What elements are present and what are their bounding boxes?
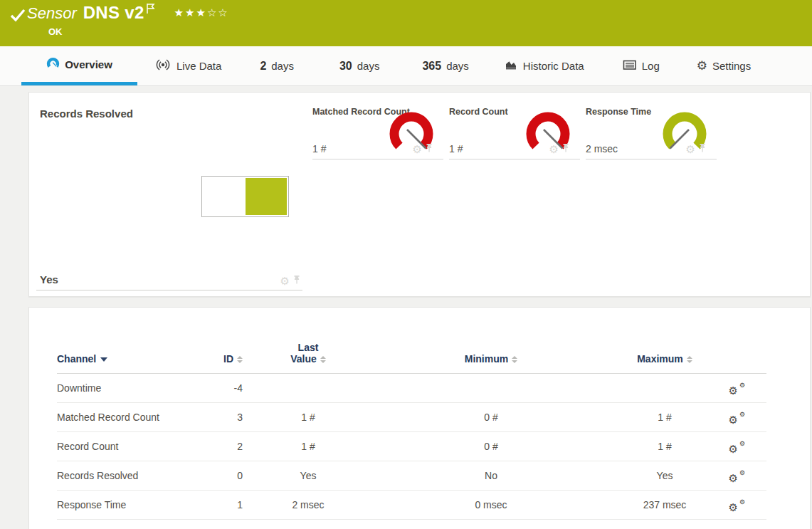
tab-bar: Overview Live Data 2 days 30 days 365 da… xyxy=(0,46,812,86)
tab-number: 365 xyxy=(422,60,441,73)
table-row: Records Resolved 0 Yes No Yes ⚙⚙ xyxy=(57,461,766,491)
gauge-panel-response-time: Response Time 2 msec ⚙ xyxy=(586,107,717,159)
gauge-value: 1 # xyxy=(449,143,463,154)
channels-table-card: Channel ID Last Value Minimum Maximum xyxy=(28,307,811,529)
column-header-actions xyxy=(711,342,766,374)
priority-stars[interactable]: ★★★☆☆ xyxy=(174,6,229,19)
channel-minimum: No xyxy=(364,461,618,491)
channel-maximum xyxy=(618,374,711,403)
table-row: Record Count 2 1 # 0 # 1 # ⚙⚙ xyxy=(57,432,766,461)
sort-icon xyxy=(512,356,517,363)
gear-icon: ⚙ xyxy=(697,60,707,72)
channel-minimum: 0 # xyxy=(364,432,618,461)
tab-label: days xyxy=(271,60,294,72)
pin-icon[interactable] xyxy=(425,143,433,156)
tab-settings[interactable]: ⚙ Settings xyxy=(692,46,755,85)
table-row: Response Time 1 2 msec 0 msec 237 msec ⚙… xyxy=(57,491,766,520)
gauge-value: 1 # xyxy=(312,143,326,154)
column-header-last-value[interactable]: Last Value xyxy=(253,342,364,374)
tab-label: days xyxy=(446,60,469,72)
primary-channel-title: Records Resolved xyxy=(40,108,133,120)
channel-minimum xyxy=(364,374,618,403)
channel-name[interactable]: Response Time xyxy=(57,491,217,520)
tab-number: 30 xyxy=(339,60,352,73)
channel-gear-icon[interactable]: ⚙ xyxy=(686,145,695,155)
column-header-maximum[interactable]: Maximum xyxy=(618,342,711,374)
broadcast-icon xyxy=(154,59,172,73)
tab-365-days[interactable]: 365 days xyxy=(418,46,473,85)
sort-desc-icon xyxy=(100,357,107,362)
tab-label: Overview xyxy=(65,58,112,70)
channel-name[interactable]: Downtime xyxy=(57,374,217,403)
records-resolved-box-chart xyxy=(201,176,289,217)
channel-gear-icon[interactable]: ⚙ xyxy=(549,145,559,155)
channel-minimum: 0 # xyxy=(364,403,618,432)
column-header-id[interactable]: ID xyxy=(217,342,253,374)
channel-id: 3 xyxy=(217,403,253,432)
tab-overview[interactable]: Overview xyxy=(21,46,137,85)
gauge-title: Record Count xyxy=(449,107,508,117)
tab-number: 2 xyxy=(260,60,266,73)
primary-channel-value: Yes xyxy=(40,273,58,286)
gauge-title: Response Time xyxy=(586,107,651,117)
box-chart-fill xyxy=(246,178,287,215)
channel-last-value: 1 # xyxy=(253,432,364,461)
tab-30-days[interactable]: 30 days xyxy=(335,46,384,85)
tab-label: days xyxy=(357,60,380,72)
channel-id: 0 xyxy=(217,461,253,491)
gauge-panel-record-count: Record Count 1 # ⚙ xyxy=(449,107,580,159)
primary-channel-footer: Yes ⚙ xyxy=(36,271,302,290)
channel-minimum: 0 msec xyxy=(364,491,618,520)
tab-label: Historic Data xyxy=(523,60,584,72)
channel-maximum: 1 # xyxy=(618,432,711,461)
column-header-minimum[interactable]: Minimum xyxy=(364,342,618,374)
gauge-panel-matched-record-count: Matched Record Count 1 # ⚙ xyxy=(312,107,443,159)
table-row: Downtime -4 ⚙⚙ xyxy=(57,374,766,403)
channel-maximum: 1 # xyxy=(618,403,711,432)
pin-icon[interactable] xyxy=(292,275,301,288)
channel-last-value: 2 msec xyxy=(253,491,364,520)
column-header-channel[interactable]: Channel xyxy=(57,342,217,374)
sensor-status-banner: SensorDNS v2★★★☆☆ OK xyxy=(0,0,812,46)
status-badge: OK xyxy=(48,26,63,37)
channel-maximum: 237 msec xyxy=(618,491,711,520)
channel-maximum: Yes xyxy=(618,461,711,491)
channel-gear-icon[interactable]: ⚙ xyxy=(280,276,290,287)
ok-check-icon xyxy=(10,9,26,26)
overview-gauges-card: Records Resolved Yes ⚙ Matched Record Co… xyxy=(28,92,811,297)
table-row: Matched Record Count 3 1 # 0 # 1 # ⚙⚙ xyxy=(57,403,766,432)
tab-2-days[interactable]: 2 days xyxy=(255,46,298,85)
gauge-value: 2 msec xyxy=(586,143,618,154)
tab-label: Settings xyxy=(712,60,751,72)
sort-icon xyxy=(237,356,243,363)
sensor-name: DNS v2 xyxy=(83,3,144,22)
channel-id: 2 xyxy=(217,432,253,461)
channels-table: Channel ID Last Value Minimum Maximum xyxy=(57,342,766,520)
channel-name[interactable]: Record Count xyxy=(57,432,217,461)
channel-last-value: 1 # xyxy=(253,403,364,432)
tab-label: Log xyxy=(642,60,660,72)
channel-gear-icon[interactable]: ⚙ xyxy=(413,145,422,155)
gauge-icon xyxy=(46,57,60,71)
channel-last-value: Yes xyxy=(253,461,364,491)
channel-id: -4 xyxy=(217,374,253,403)
channel-name[interactable]: Records Resolved xyxy=(57,461,217,491)
tab-live-data[interactable]: Live Data xyxy=(150,46,226,85)
channel-name[interactable]: Matched Record Count xyxy=(57,403,217,432)
pin-icon[interactable] xyxy=(698,143,707,156)
area-chart-icon xyxy=(505,59,518,73)
log-icon xyxy=(623,59,637,73)
pin-icon[interactable] xyxy=(561,143,570,156)
sort-icon xyxy=(687,356,692,363)
tab-historic-data[interactable]: Historic Data xyxy=(500,46,589,85)
tab-log[interactable]: Log xyxy=(618,46,664,85)
tab-label: Live Data xyxy=(176,60,221,72)
channel-last-value xyxy=(253,374,364,403)
sort-icon xyxy=(320,356,326,363)
flag-icon[interactable] xyxy=(146,3,156,17)
object-kind-label: Sensor xyxy=(27,4,77,22)
channel-id: 1 xyxy=(217,491,253,520)
